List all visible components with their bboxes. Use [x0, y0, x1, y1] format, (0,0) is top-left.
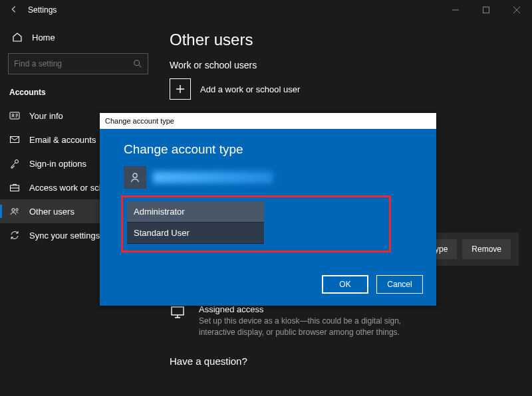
account-type-highlight: Administrator Standard User: [121, 195, 391, 252]
page-title: Other users: [170, 31, 519, 49]
mail-icon: [9, 134, 20, 145]
sidebar-item-label: Sync your settings: [29, 231, 100, 241]
svg-point-8: [16, 209, 18, 211]
search-icon: [133, 59, 142, 68]
ok-button[interactable]: OK: [322, 275, 368, 294]
person-card-icon: [9, 110, 20, 121]
account-type-option-admin[interactable]: Administrator: [127, 201, 264, 223]
cancel-button[interactable]: Cancel: [376, 275, 423, 294]
svg-point-1: [134, 60, 140, 66]
svg-rect-9: [172, 307, 184, 315]
sync-icon: [9, 230, 20, 241]
sidebar-item-label: Sign-in options: [29, 159, 86, 169]
sidebar-item-label: Other users: [29, 207, 74, 217]
titlebar: Settings: [0, 0, 532, 20]
sidebar-category: Accounts: [0, 84, 156, 104]
remove-button[interactable]: Remove: [462, 239, 511, 259]
svg-point-5: [15, 160, 19, 163]
assigned-access-desc: Set up this device as a kiosk—this could…: [199, 316, 425, 338]
dialog-footer: OK Cancel: [100, 266, 436, 306]
account-type-option-standard[interactable]: Standard User: [127, 223, 264, 244]
account-type-dropdown[interactable]: Administrator Standard User: [127, 201, 264, 244]
dialog-titlebar[interactable]: Change account type: [100, 113, 436, 129]
user-avatar-icon: [124, 166, 146, 189]
window-title: Settings: [28, 5, 57, 15]
sidebar-home[interactable]: Home: [0, 27, 156, 48]
svg-point-3: [12, 114, 14, 116]
sidebar-item-label: Email & accounts: [29, 135, 96, 145]
key-icon: [9, 158, 20, 169]
assigned-access-title: Assigned access: [199, 304, 425, 314]
back-icon[interactable]: [9, 5, 25, 16]
home-icon: [12, 32, 23, 43]
window-controls: [440, 0, 532, 20]
briefcase-icon: [9, 182, 20, 193]
people-icon: [9, 206, 20, 217]
change-account-type-dialog: Change account type Change account type …: [100, 113, 436, 306]
dialog-user-row: [124, 166, 412, 189]
svg-point-7: [12, 209, 15, 211]
dialog-heading: Change account type: [124, 142, 412, 157]
have-a-question: Have a question?: [170, 355, 519, 367]
home-label: Home: [32, 33, 55, 43]
maximize-button[interactable]: [471, 0, 501, 20]
add-work-user-row[interactable]: Add a work or school user: [170, 78, 519, 100]
dialog-titlebar-text: Change account type: [105, 117, 174, 125]
user-name-redacted: [153, 171, 273, 183]
monitor-icon: [170, 304, 190, 322]
add-work-user-label: Add a work or school user: [200, 84, 300, 94]
work-school-section-title: Work or school users: [170, 60, 519, 70]
svg-rect-4: [11, 137, 19, 143]
svg-point-10: [133, 173, 137, 177]
search-box[interactable]: [8, 53, 148, 74]
plus-icon: [170, 78, 191, 100]
minimize-button[interactable]: [440, 0, 471, 20]
assigned-access-row[interactable]: Assigned access Set up this device as a …: [170, 304, 519, 338]
svg-rect-0: [483, 7, 489, 13]
sidebar-item-label: Your info: [29, 111, 63, 121]
close-button[interactable]: [501, 0, 532, 20]
search-input[interactable]: [14, 59, 133, 68]
